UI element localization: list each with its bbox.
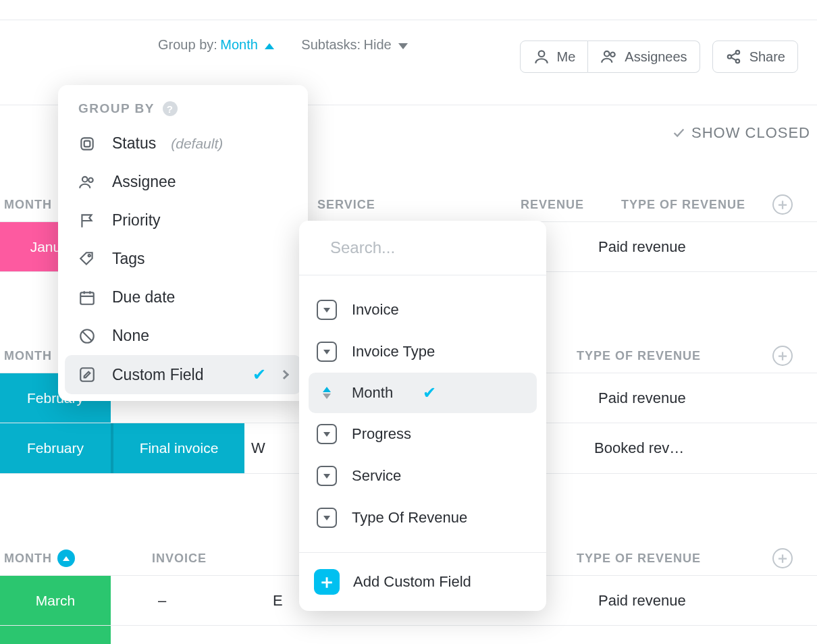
groupby-option-due-date[interactable]: Due date <box>65 278 301 317</box>
svg-point-2 <box>611 53 616 57</box>
search-row <box>299 221 546 275</box>
check-icon: ✔ <box>253 365 266 384</box>
svg-point-1 <box>604 51 610 57</box>
cf-options: Invoice Invoice Type Month ✔ Progress Se… <box>299 275 546 552</box>
groupby-option-tags[interactable]: Tags <box>65 240 301 278</box>
sort-asc-icon[interactable] <box>57 549 75 567</box>
assignee-button-group: Me Assignees <box>520 41 700 73</box>
groupby-option-custom-field[interactable]: Custom Field ✔ <box>65 355 301 394</box>
add-column-button[interactable]: ＋ <box>772 194 793 215</box>
cell-type: Booked rev… <box>579 423 684 473</box>
me-button[interactable]: Me <box>520 41 589 73</box>
toolbar-right: Me Assignees Share <box>520 41 798 73</box>
svg-point-0 <box>538 51 544 57</box>
svg-rect-7 <box>84 140 90 146</box>
assignees-button[interactable]: Assignees <box>588 41 700 73</box>
search-input[interactable] <box>330 238 532 257</box>
chevron-down-icon <box>398 43 408 49</box>
groupby-popup: GROUP BY ? Status (default) Assignee Pri… <box>58 85 308 401</box>
col-invoice[interactable]: INVOICE <box>115 552 277 566</box>
add-column-button[interactable]: ＋ <box>772 346 793 366</box>
edit-icon <box>78 366 97 383</box>
users-icon <box>600 48 618 65</box>
dropdown-icon <box>317 466 337 486</box>
cf-option-invoice-type[interactable]: Invoice Type <box>309 331 537 373</box>
groupby-label: Group by: <box>158 37 217 52</box>
groupby-option-none[interactable]: None <box>65 317 301 355</box>
dropdown-icon <box>317 508 337 528</box>
groupby-option-priority[interactable]: Priority <box>65 201 301 240</box>
svg-point-8 <box>82 176 88 182</box>
svg-point-10 <box>88 254 90 256</box>
chevron-up-icon <box>265 43 274 49</box>
month-chip: February <box>0 423 111 473</box>
check-icon <box>671 126 686 140</box>
none-icon <box>78 327 97 345</box>
svg-rect-13 <box>80 368 94 381</box>
cell-service: W <box>244 423 275 473</box>
dropdown-icon <box>317 300 337 320</box>
subtasks-filter[interactable]: Subtasks: Hide <box>301 37 408 53</box>
svg-point-9 <box>88 178 93 182</box>
col-month[interactable]: MONTH <box>0 549 115 567</box>
col-revenue[interactable]: REVENUE <box>425 198 584 212</box>
groupby-option-status[interactable]: Status (default) <box>65 124 301 163</box>
topbar <box>0 0 817 20</box>
share-button[interactable]: Share <box>712 41 798 73</box>
dropdown-icon <box>317 342 337 362</box>
cell-invoice: – <box>111 576 273 625</box>
flag-icon <box>78 212 97 230</box>
col-type[interactable]: TYPE OF REVENUE <box>584 198 772 212</box>
cell-service: E <box>273 576 293 625</box>
col-type[interactable]: TYPE OF REVENUE <box>577 552 772 566</box>
show-closed-toggle[interactable]: SHOW CLOSED <box>671 124 810 142</box>
cf-option-progress[interactable]: Progress <box>309 413 537 455</box>
popup-title: GROUP BY ? <box>65 101 301 116</box>
svg-rect-11 <box>80 292 94 304</box>
subtasks-value: Hide <box>364 37 392 52</box>
invoice-chip: Final invoice <box>111 423 244 473</box>
tag-icon <box>78 250 97 268</box>
sort-icon <box>317 387 337 399</box>
share-icon <box>725 48 743 65</box>
subtasks-label: Subtasks: <box>301 37 361 52</box>
status-icon <box>78 135 97 153</box>
calendar-icon <box>78 289 97 306</box>
col-type[interactable]: TYPE OF REVENUE <box>577 349 772 363</box>
cell-type: Paid revenue <box>583 576 686 625</box>
cell-type: Paid revenue <box>583 222 686 271</box>
dropdown-icon <box>317 424 337 444</box>
svg-rect-6 <box>81 138 93 149</box>
groupby-option-assignee[interactable]: Assignee <box>65 163 301 201</box>
users-icon <box>78 173 97 191</box>
groupby-filter[interactable]: Group by: Month <box>158 37 274 53</box>
chevron-right-icon <box>280 370 289 379</box>
cf-option-service[interactable]: Service <box>309 455 537 497</box>
cf-option-month[interactable]: Month ✔ <box>309 373 537 413</box>
cf-option-type-of-revenue[interactable]: Type Of Revenue <box>309 497 537 539</box>
month-chip-partial <box>0 626 111 644</box>
cf-option-invoice[interactable]: Invoice <box>309 289 537 331</box>
cell-type: Paid revenue <box>583 373 686 423</box>
add-column-button[interactable]: ＋ <box>772 548 793 568</box>
month-chip: March <box>0 576 111 625</box>
user-icon <box>533 48 550 65</box>
add-custom-field-button[interactable]: ＋ Add Custom Field <box>299 552 546 611</box>
help-icon[interactable]: ? <box>163 101 178 116</box>
check-icon: ✔ <box>423 383 436 402</box>
custom-field-popup: Invoice Invoice Type Month ✔ Progress Se… <box>299 221 546 611</box>
groupby-value: Month <box>220 37 258 52</box>
plus-icon: ＋ <box>314 569 340 595</box>
